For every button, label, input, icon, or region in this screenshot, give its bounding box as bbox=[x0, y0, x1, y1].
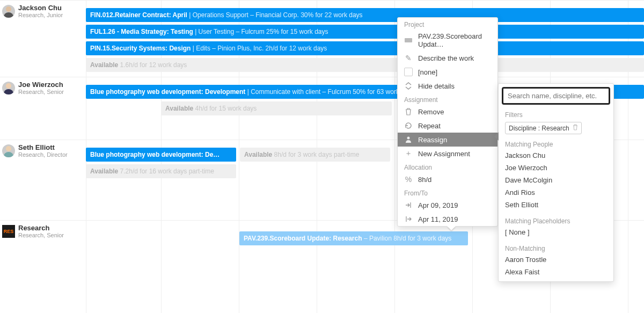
menu-allocation-value[interactable]: % 8h/d bbox=[398, 172, 497, 186]
assignment-bar[interactable]: PIN.15.Security Systems: Design | Edits … bbox=[86, 41, 644, 55]
available-bar[interactable]: Available 1.6h/d for 12 work days bbox=[86, 58, 644, 72]
color-swatch bbox=[404, 68, 413, 76]
person-header[interactable]: Jackson Chu Research, Junior bbox=[0, 1, 86, 77]
filters-header: Filters bbox=[499, 108, 613, 120]
popup-tail bbox=[447, 226, 456, 230]
person-name: Jackson Chu bbox=[18, 4, 63, 12]
person-option[interactable]: Joe Wierzoch bbox=[499, 162, 613, 174]
placeholder-role: Research, Senior bbox=[18, 232, 64, 239]
person-header[interactable]: Joe Wierzoch Research, Senior bbox=[0, 77, 86, 140]
placeholder-header[interactable]: RES Research Research, Senior bbox=[0, 221, 86, 313]
svg-rect-6 bbox=[405, 38, 412, 42]
collapse-icon bbox=[404, 82, 413, 90]
menu-remove[interactable]: Remove bbox=[398, 105, 497, 119]
assignment-bar[interactable]: Blue photography web development: De… bbox=[86, 148, 236, 162]
placeholder-avatar: RES bbox=[2, 225, 15, 238]
repeat-icon bbox=[404, 121, 413, 130]
assignment-bar[interactable]: PAV.239.Scoreboard Update: Research – Pa… bbox=[239, 231, 468, 245]
svg-point-2 bbox=[6, 83, 11, 89]
menu-describe-work[interactable]: ✎ Describe the work bbox=[398, 51, 497, 65]
person-role: Research, Senior bbox=[18, 89, 64, 96]
nonmatching-header: Non-Matching bbox=[499, 242, 613, 253]
menu-repeat[interactable]: Repeat bbox=[398, 119, 497, 133]
filter-chip[interactable]: Discipline : Research bbox=[505, 122, 582, 134]
search-input[interactable] bbox=[502, 87, 610, 105]
menu-color-none[interactable]: [none] bbox=[398, 65, 497, 79]
menu-from-date[interactable]: Apr 09, 2019 bbox=[398, 198, 497, 212]
svg-point-5 bbox=[4, 152, 13, 157]
svg-point-7 bbox=[407, 137, 410, 140]
person-option[interactable]: Alexa Faist bbox=[499, 266, 613, 278]
section-assignment: Assignment bbox=[398, 93, 497, 105]
available-bar[interactable]: Available 4h/d for 15 work days bbox=[161, 101, 392, 115]
percent-icon: % bbox=[404, 175, 413, 184]
person-option[interactable]: Aaron Trostle bbox=[499, 253, 613, 266]
person-header[interactable]: Seth Elliott Research, Director bbox=[0, 140, 86, 220]
avatar bbox=[2, 82, 15, 94]
assignment-bar[interactable]: FUL1.26 - Media Strategy: Testing | User… bbox=[86, 25, 644, 39]
menu-hide-details[interactable]: Hide details bbox=[398, 79, 497, 93]
project-icon bbox=[404, 36, 413, 45]
person-option[interactable]: Jackson Chu bbox=[499, 149, 613, 162]
available-bar[interactable]: Available 7.2h/d for 16 work days part-t… bbox=[86, 164, 236, 178]
section-project: Project bbox=[398, 18, 497, 30]
svg-point-4 bbox=[6, 146, 11, 151]
assignment-bar[interactable]: FIN.012.Retainer Contract: April | Opera… bbox=[86, 8, 644, 22]
svg-point-3 bbox=[4, 89, 13, 94]
person-option[interactable]: Dave McColgin bbox=[499, 174, 613, 186]
person-option[interactable]: Andi Rios bbox=[499, 186, 613, 199]
placeholder-option-none[interactable]: [ None ] bbox=[499, 226, 613, 238]
reassign-flyout: Filters Discipline : Research Matching P… bbox=[498, 83, 614, 282]
person-name: Joe Wierzoch bbox=[18, 81, 64, 89]
available-bar[interactable]: Available 8h/d for 3 work days part-time bbox=[240, 148, 390, 162]
svg-point-0 bbox=[6, 6, 11, 12]
person-role: Research, Director bbox=[18, 151, 68, 158]
arrow-right-to-line-icon bbox=[404, 201, 413, 209]
menu-reassign[interactable]: Reassign bbox=[398, 133, 497, 147]
placeholder-name: Research bbox=[18, 224, 64, 232]
svg-point-1 bbox=[4, 12, 13, 18]
person-role: Research, Junior bbox=[18, 12, 63, 19]
person-name: Seth Elliott bbox=[18, 143, 68, 151]
menu-project-name[interactable]: PAV.239.Scoreboard Updat… bbox=[398, 30, 497, 51]
arrow-right-from-line-icon bbox=[404, 215, 413, 223]
pencil-icon: ✎ bbox=[404, 54, 413, 62]
assignment-context-menu: Project PAV.239.Scoreboard Updat… ✎ Desc… bbox=[397, 17, 498, 227]
section-fromto: From/To bbox=[398, 186, 497, 198]
section-allocation: Allocation bbox=[398, 161, 497, 172]
matching-placeholders-header: Matching Placeholders bbox=[499, 214, 613, 226]
avatar bbox=[2, 5, 15, 18]
menu-new-assignment[interactable]: ＋ New Assignment bbox=[398, 147, 497, 161]
plus-icon: ＋ bbox=[404, 149, 413, 158]
remove-filter-icon[interactable] bbox=[573, 124, 578, 132]
trash-icon bbox=[404, 107, 413, 116]
matching-people-header: Matching People bbox=[499, 137, 613, 149]
person-option[interactable]: Seth Elliott bbox=[499, 199, 613, 211]
person-icon bbox=[404, 135, 413, 144]
menu-to-date[interactable]: Apr 11, 2019 bbox=[398, 212, 497, 226]
avatar bbox=[2, 144, 15, 157]
